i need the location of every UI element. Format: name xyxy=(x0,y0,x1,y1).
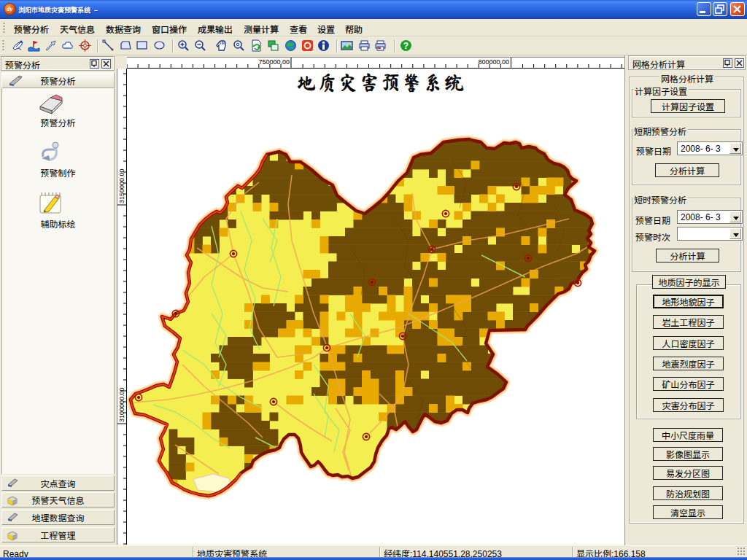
svg-text:?: ? xyxy=(403,41,409,51)
svg-text:800000.00: 800000.00 xyxy=(478,58,509,66)
svg-text:750000.00: 750000.00 xyxy=(258,58,290,66)
svg-text:3100000.00: 3100000.00 xyxy=(118,387,125,422)
svg-text:3150000.00: 3150000.00 xyxy=(118,168,125,203)
